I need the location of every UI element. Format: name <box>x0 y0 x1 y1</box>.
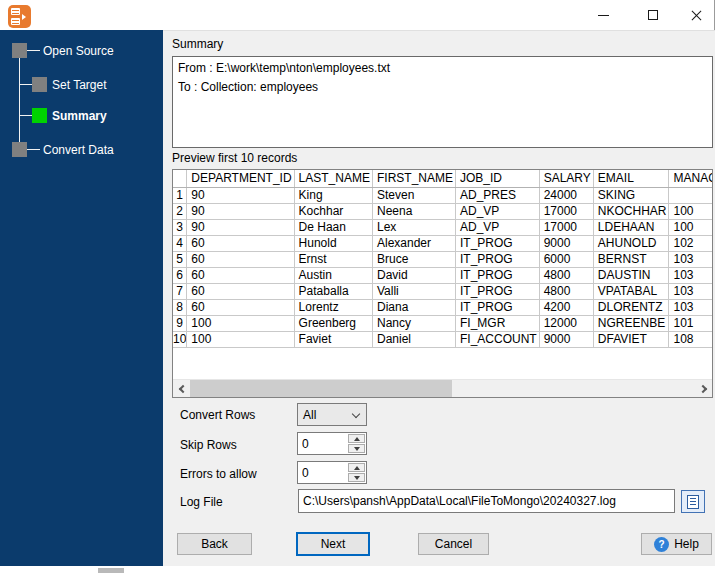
table-cell[interactable]: Kochhar <box>294 203 372 219</box>
table-cell[interactable]: AD_VP <box>455 219 539 235</box>
table-cell[interactable]: 100 <box>187 331 294 347</box>
table-cell[interactable]: 4800 <box>539 267 593 283</box>
table-cell[interactable]: David <box>372 267 455 283</box>
table-row[interactable]: 760PataballaValliIT_PROG4800VPATABAL103 <box>173 283 713 299</box>
row-number-cell[interactable]: 5 <box>173 251 187 267</box>
table-cell[interactable]: 6000 <box>539 251 593 267</box>
table-cell[interactable]: DLORENTZ <box>593 299 669 315</box>
table-cell[interactable]: IT_PROG <box>455 235 539 251</box>
table-cell[interactable]: 102 <box>669 235 713 251</box>
table-cell[interactable]: 100 <box>669 219 713 235</box>
back-button[interactable]: Back <box>177 533 252 555</box>
table-row[interactable]: 190KingStevenAD_PRES24000SKING <box>173 187 713 203</box>
table-cell[interactable]: 103 <box>669 251 713 267</box>
log-file-browse-button[interactable] <box>681 490 705 513</box>
table-cell[interactable]: Neena <box>372 203 455 219</box>
table-cell[interactable]: 9000 <box>539 331 593 347</box>
scroll-left-button[interactable] <box>173 380 190 397</box>
table-cell[interactable]: 103 <box>669 299 713 315</box>
errors-to-allow-input[interactable] <box>298 462 348 483</box>
table-cell[interactable]: IT_PROG <box>455 283 539 299</box>
table-cell[interactable]: LDEHAAN <box>593 219 669 235</box>
table-cell[interactable]: 4800 <box>539 283 593 299</box>
summary-textbox[interactable]: From : E:\work\temp\nton\employees.txt T… <box>172 56 713 148</box>
table-cell[interactable]: 90 <box>187 219 294 235</box>
skip-rows-input[interactable] <box>298 433 348 454</box>
table-cell[interactable]: BERNST <box>593 251 669 267</box>
table-cell[interactable]: 9000 <box>539 235 593 251</box>
next-button[interactable]: Next <box>296 532 370 556</box>
table-cell[interactable]: 60 <box>187 267 294 283</box>
table-cell[interactable]: NKOCHHAR <box>593 203 669 219</box>
table-cell[interactable]: DFAVIET <box>593 331 669 347</box>
table-cell[interactable]: 103 <box>669 267 713 283</box>
row-number-cell[interactable]: 9 <box>173 315 187 331</box>
convert-rows-dropdown[interactable]: All <box>297 403 367 426</box>
title-bar[interactable] <box>0 0 714 30</box>
column-header[interactable]: JOB_ID <box>455 170 539 187</box>
table-cell[interactable]: 60 <box>187 299 294 315</box>
table-cell[interactable]: Valli <box>372 283 455 299</box>
column-header[interactable]: FIRST_NAME <box>372 170 455 187</box>
table-cell[interactable]: 108 <box>669 331 713 347</box>
table-cell[interactable]: DAUSTIN <box>593 267 669 283</box>
table-cell[interactable]: Faviet <box>294 331 372 347</box>
table-cell[interactable]: 60 <box>187 235 294 251</box>
table-cell[interactable]: Lorentz <box>294 299 372 315</box>
table-cell[interactable]: 103 <box>669 283 713 299</box>
table-row[interactable]: 860LorentzDianaIT_PROG4200DLORENTZ103 <box>173 299 713 315</box>
scrollbar-thumb[interactable] <box>190 380 452 397</box>
table-cell[interactable]: IT_PROG <box>455 299 539 315</box>
table-cell[interactable]: Austin <box>294 267 372 283</box>
app-icon[interactable] <box>8 5 31 28</box>
column-header[interactable]: MANAG <box>669 170 713 187</box>
close-button[interactable] <box>676 0 716 30</box>
table-cell[interactable]: 60 <box>187 251 294 267</box>
maximize-button[interactable] <box>633 0 673 30</box>
table-cell[interactable]: Alexander <box>372 235 455 251</box>
table-row[interactable]: 660AustinDavidIT_PROG4800DAUSTIN103 <box>173 267 713 283</box>
row-number-cell[interactable]: 4 <box>173 235 187 251</box>
table-cell[interactable]: King <box>294 187 372 203</box>
horizontal-scrollbar[interactable] <box>173 379 712 397</box>
table-cell[interactable]: 101 <box>669 315 713 331</box>
scroll-right-button[interactable] <box>695 380 712 397</box>
table-cell[interactable]: 4200 <box>539 299 593 315</box>
table-cell[interactable]: 100 <box>187 315 294 331</box>
row-number-cell[interactable]: 8 <box>173 299 187 315</box>
table-cell[interactable]: FI_MGR <box>455 315 539 331</box>
table-cell[interactable]: VPATABAL <box>593 283 669 299</box>
row-number-cell[interactable]: 1 <box>173 187 187 203</box>
table-row[interactable]: 460HunoldAlexanderIT_PROG9000AHUNOLD102 <box>173 235 713 251</box>
table-row[interactable]: 290KochharNeenaAD_VP17000NKOCHHAR100 <box>173 203 713 219</box>
table-cell[interactable]: AD_VP <box>455 203 539 219</box>
row-number-cell[interactable]: 10 <box>173 331 187 347</box>
table-cell[interactable]: Bruce <box>372 251 455 267</box>
table-row[interactable]: 10100FavietDanielFI_ACCOUNT9000DFAVIET10… <box>173 331 713 347</box>
row-number-cell[interactable]: 2 <box>173 203 187 219</box>
table-cell[interactable]: 12000 <box>539 315 593 331</box>
minimize-button[interactable] <box>583 0 623 30</box>
table-cell[interactable]: FI_ACCOUNT <box>455 331 539 347</box>
help-button[interactable]: ? Help <box>641 533 712 555</box>
table-cell[interactable]: IT_PROG <box>455 251 539 267</box>
table-cell[interactable]: Hunold <box>294 235 372 251</box>
table-cell[interactable]: De Haan <box>294 219 372 235</box>
table-cell[interactable]: Pataballa <box>294 283 372 299</box>
column-header[interactable]: EMAIL <box>593 170 669 187</box>
row-number-cell[interactable]: 7 <box>173 283 187 299</box>
table-cell[interactable]: Ernst <box>294 251 372 267</box>
table-cell[interactable]: IT_PROG <box>455 267 539 283</box>
table-cell[interactable]: AHUNOLD <box>593 235 669 251</box>
skip-rows-decrement-button[interactable] <box>348 444 365 453</box>
table-cell[interactable]: 100 <box>669 203 713 219</box>
table-cell[interactable]: AD_PRES <box>455 187 539 203</box>
table-cell[interactable]: Steven <box>372 187 455 203</box>
column-header[interactable]: SALARY <box>539 170 593 187</box>
table-cell[interactable]: NGREENBE <box>593 315 669 331</box>
table-cell[interactable]: 24000 <box>539 187 593 203</box>
table-cell[interactable]: SKING <box>593 187 669 203</box>
skip-rows-increment-button[interactable] <box>348 434 365 443</box>
table-row[interactable]: 390De HaanLexAD_VP17000LDEHAAN100 <box>173 219 713 235</box>
cancel-button[interactable]: Cancel <box>418 533 489 555</box>
